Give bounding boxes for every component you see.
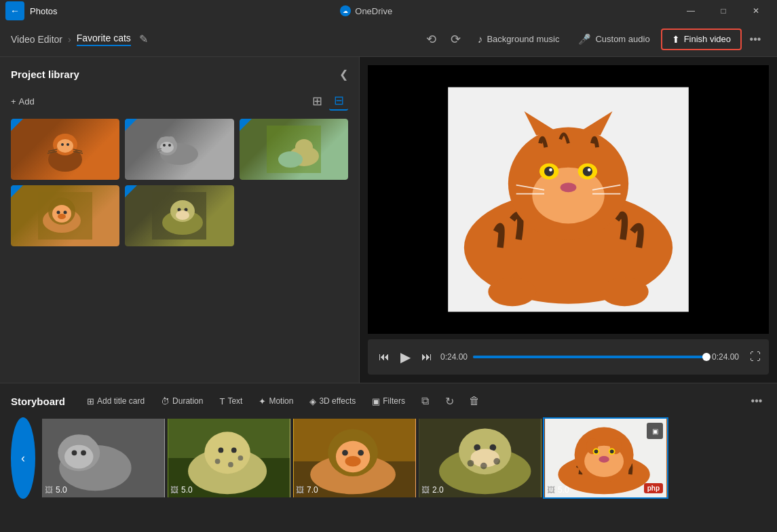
progress-bar[interactable] <box>473 356 706 358</box>
story-image-icon-1: 🖼 <box>45 485 53 495</box>
fullscreen-button[interactable]: ⛶ <box>750 351 761 363</box>
grid-view-button[interactable]: ⊞ <box>307 92 326 111</box>
preview-area: ⏮ ▶ ⏭ 0:24.00 0:24.00 ⛶ <box>360 57 777 383</box>
media-item[interactable] <box>11 185 119 246</box>
duration-button[interactable]: ⏱ Duration <box>155 394 208 409</box>
breadcrumb-current: Favorite cats <box>77 33 131 46</box>
library-collapse-button[interactable]: ❮ <box>339 68 348 81</box>
custom-audio-button[interactable]: 🎤 Custom audio <box>570 29 658 50</box>
story-image-icon-4: 🖼 <box>421 485 430 495</box>
media-item[interactable] <box>11 119 119 180</box>
leopard-thumbnail <box>152 192 206 240</box>
close-button[interactable]: ✕ <box>740 0 772 22</box>
app-title: Photos <box>30 6 57 16</box>
duration-icon: ⏱ <box>161 396 170 406</box>
breadcrumb-parent[interactable]: Video Editor <box>11 34 62 45</box>
redo-button[interactable]: ⟳ <box>445 28 467 50</box>
storyboard-item-4[interactable]: 🖼 2.0 <box>417 417 543 499</box>
svg-point-72 <box>215 459 221 464</box>
media-item[interactable] <box>125 119 233 180</box>
background-music-button[interactable]: ♪ Background music <box>470 29 567 49</box>
edit-title-icon[interactable]: ✎ <box>139 33 148 45</box>
media-item[interactable] <box>240 119 348 180</box>
titlebar: ← Photos ☁ OneDrive — □ ✕ <box>0 0 777 22</box>
library-header: Project library ❮ <box>11 68 348 81</box>
video-content <box>368 65 769 334</box>
svg-point-31 <box>58 214 66 219</box>
main-layout: Project library ❮ + Add ⊞ ⊟ <box>0 57 777 383</box>
media-grid <box>11 119 348 246</box>
onedrive-label: OneDrive <box>355 6 392 16</box>
play-button[interactable]: ▶ <box>398 346 413 368</box>
view-toggle: ⊞ ⊟ <box>307 92 348 111</box>
svg-point-37 <box>176 210 189 220</box>
filters-button[interactable]: ▣ Filters <box>366 394 411 409</box>
media-item[interactable] <box>125 185 233 246</box>
video-frame <box>368 65 769 334</box>
list-view-button[interactable]: ⊟ <box>329 92 348 111</box>
svg-point-23 <box>295 139 313 155</box>
video-controls: ⏮ ▶ ⏭ 0:24.00 0:24.00 ⛶ <box>368 339 769 375</box>
add-media-button[interactable]: + Add <box>11 96 35 107</box>
svg-point-9 <box>61 143 64 146</box>
svg-point-17 <box>168 144 171 147</box>
storyboard-item-2[interactable]: 🖼 5.0 <box>166 417 292 499</box>
back-button[interactable]: ← <box>5 1 24 20</box>
undo-button[interactable]: ⟲ <box>421 28 442 50</box>
effects-icon: ◈ <box>309 396 316 406</box>
storyboard-item-5[interactable]: ▣ 🖼 5.0 php <box>543 417 668 499</box>
add-title-card-label: Add title card <box>97 396 145 406</box>
minimize-button[interactable]: — <box>675 0 706 22</box>
svg-point-73 <box>228 462 233 468</box>
storyboard-item-1[interactable]: 🖼 5.0 <box>41 417 166 499</box>
svg-point-4 <box>57 139 73 153</box>
duplicate-button[interactable]: ⧉ <box>416 392 435 411</box>
storyboard-more-button[interactable]: ••• <box>747 392 766 411</box>
back-icon: ← <box>10 5 20 16</box>
svg-point-63 <box>64 445 94 469</box>
prev-icon: ‹ <box>21 451 25 466</box>
svg-point-44 <box>544 167 554 176</box>
php-badge: php <box>644 483 663 493</box>
svg-point-47 <box>583 167 592 176</box>
breadcrumb: Video Editor › Favorite cats ✎ <box>11 33 148 46</box>
total-time: 0:24.00 <box>712 352 739 362</box>
step-forward-button[interactable]: ⏭ <box>419 348 435 366</box>
svg-point-99 <box>594 449 599 453</box>
story-duration-5: 5.0 <box>558 485 569 495</box>
svg-point-45 <box>549 168 552 172</box>
storyboard-prev-button[interactable]: ‹ <box>11 417 35 499</box>
step-back-button[interactable]: ⏮ <box>376 348 392 366</box>
more-icon: ••• <box>750 33 761 45</box>
storyboard: Storyboard ⊞ Add title card ⏱ Duration T… <box>0 383 777 532</box>
svg-point-29 <box>57 211 60 214</box>
svg-point-90 <box>480 463 487 470</box>
motion-button[interactable]: ✦ Motion <box>253 394 299 409</box>
toolbar-more-button[interactable]: ••• <box>744 28 766 50</box>
selected-indicator: ▣ <box>647 423 663 439</box>
svg-point-64 <box>72 450 77 455</box>
story-duration-2: 5.0 <box>181 485 193 495</box>
export-icon: ⬆ <box>672 34 680 45</box>
filters-label: Filters <box>383 396 405 406</box>
titlebar-left: ← Photos <box>5 1 57 20</box>
add-title-card-button[interactable]: ⊞ Add title card <box>81 394 150 409</box>
storyboard-item-3[interactable]: 🖼 7.0 <box>292 417 417 499</box>
redo-icon: ⟳ <box>451 32 461 47</box>
storyboard-header: Storyboard ⊞ Add title card ⏱ Duration T… <box>11 392 766 411</box>
toolbar: Video Editor › Favorite cats ✎ ⟲ ⟳ ♪ Bac… <box>0 22 777 57</box>
motion-label: Motion <box>269 396 293 406</box>
background-music-label: Background music <box>487 34 559 44</box>
delete-button[interactable]: 🗑 <box>465 392 484 411</box>
svg-point-81 <box>358 450 364 456</box>
maximize-button[interactable]: □ <box>708 0 739 22</box>
svg-point-70 <box>219 448 224 453</box>
rotate-button[interactable]: ↻ <box>440 392 459 411</box>
effects-3d-button[interactable]: ◈ 3D effects <box>304 394 361 409</box>
story-duration-4: 2.0 <box>432 485 444 495</box>
text-button[interactable]: T Text <box>214 394 248 409</box>
svg-point-101 <box>610 449 614 453</box>
svg-point-10 <box>67 143 69 146</box>
finish-video-button[interactable]: ⬆ Finish video <box>661 28 742 50</box>
add-label: Add <box>19 96 35 107</box>
